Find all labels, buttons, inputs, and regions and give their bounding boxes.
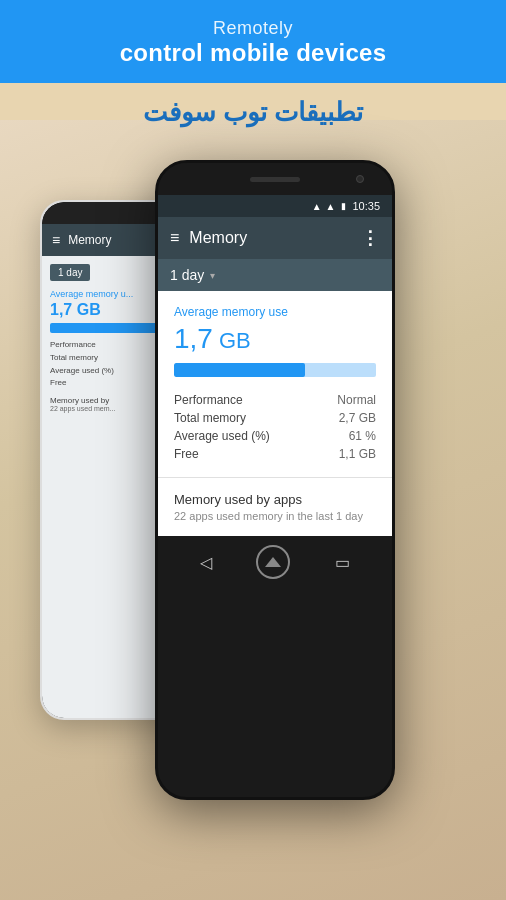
toolbar-left: ≡ Memory	[170, 229, 247, 247]
period-selector[interactable]: 1 day ▾	[158, 259, 392, 291]
camera	[356, 175, 364, 183]
home-icon	[265, 557, 281, 567]
menu-icon[interactable]: ≡	[170, 229, 179, 247]
stat-free-label: Free	[174, 447, 199, 461]
avg-unit: GB	[219, 328, 251, 353]
period-label: 1 day	[170, 267, 204, 283]
stat-free-value: 1,1 GB	[339, 447, 376, 461]
stat-avg-used: Average used (%) 61 %	[174, 427, 376, 445]
back-menu-icon: ≡	[52, 232, 60, 248]
avg-number: 1,7	[174, 323, 213, 354]
apps-title: Memory used by apps	[174, 492, 376, 507]
speaker	[250, 177, 300, 182]
bottom-nav: ◁ ▭	[158, 536, 392, 588]
avg-memory-value: 1,7GB	[174, 323, 376, 355]
apps-subtitle: 22 apps used memory in the last 1 day	[174, 510, 376, 522]
back-app-title: Memory	[68, 233, 111, 247]
stats-table: Performance Normal Total memory 2,7 GB A…	[174, 391, 376, 463]
phone-top	[158, 163, 392, 195]
back-memory-bar	[50, 323, 162, 333]
banner-title: control mobile devices	[20, 39, 486, 67]
toolbar-title: Memory	[189, 229, 247, 247]
stat-avgused-label: Average used (%)	[174, 429, 270, 443]
toolbar: ≡ Memory ⋮	[158, 217, 392, 259]
period-arrow: ▾	[210, 270, 215, 281]
arabic-text: تطبيقات توب سوفت	[0, 83, 506, 138]
memory-bar-container	[174, 363, 376, 377]
recent-button[interactable]: ▭	[335, 553, 350, 572]
phone-front: ▲ ▲ ▮ 10:35 ≡ Memory ⋮ 1 day ▾ Average m…	[155, 160, 395, 800]
apps-card: Memory used by apps 22 apps used memory …	[158, 478, 392, 536]
stat-perf-value: Normal	[337, 393, 376, 407]
stat-total-label: Total memory	[174, 411, 246, 425]
stat-free: Free 1,1 GB	[174, 445, 376, 463]
battery-icon: ▮	[341, 201, 346, 211]
stat-total-value: 2,7 GB	[339, 411, 376, 425]
home-button[interactable]	[256, 545, 290, 579]
memory-bar-fill	[174, 363, 305, 377]
memory-card: Average memory use 1,7GB Performance Nor…	[158, 291, 392, 478]
phones-container: ≡ Memory 1 day Average memory u... 1,7 G…	[0, 160, 506, 900]
back-button[interactable]: ◁	[200, 553, 212, 572]
banner-subtitle: Remotely	[20, 18, 486, 39]
more-icon[interactable]: ⋮	[361, 227, 380, 249]
screen-content: Average memory use 1,7GB Performance Nor…	[158, 291, 392, 536]
status-time: 10:35	[352, 200, 380, 212]
stat-total: Total memory 2,7 GB	[174, 409, 376, 427]
stat-performance: Performance Normal	[174, 391, 376, 409]
top-banner: Remotely control mobile devices	[0, 0, 506, 83]
avg-memory-label: Average memory use	[174, 305, 376, 319]
wifi-icon: ▲	[326, 201, 336, 212]
back-period: 1 day	[50, 264, 90, 281]
stat-avgused-value: 61 %	[349, 429, 376, 443]
statusbar: ▲ ▲ ▮ 10:35	[158, 195, 392, 217]
signal-icon: ▲	[312, 201, 322, 212]
stat-perf-label: Performance	[174, 393, 243, 407]
